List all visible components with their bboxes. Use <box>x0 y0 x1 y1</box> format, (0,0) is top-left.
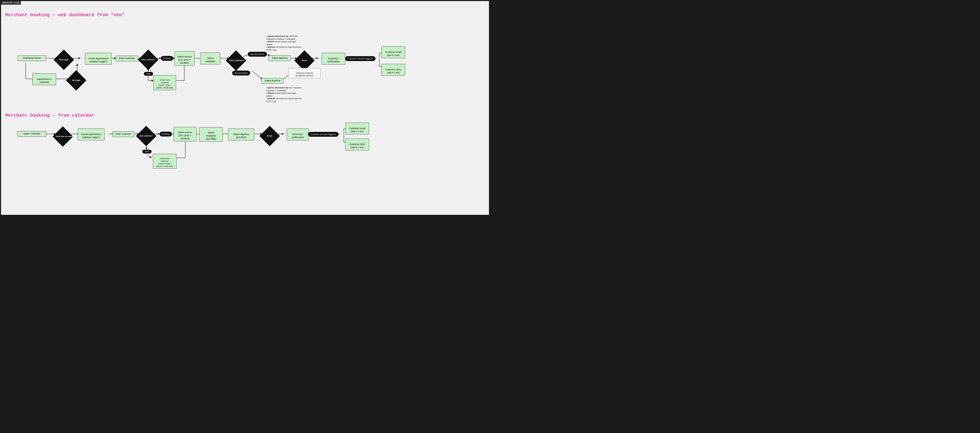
section-1: Merchant booking – web dashboard from "n… <box>5 12 485 108</box>
newb-oval: New <box>142 150 151 153</box>
dots-s1-1: ... <box>18 47 23 51</box>
create1-rect: Create appointment (sidebar? page?) <box>85 53 112 64</box>
node-summary1: Summary / confirmation <box>321 53 346 64</box>
apptscalb-rect: Appts / Calendar <box>18 131 46 137</box>
dots-s1-2: ... <box>79 56 84 59</box>
page-wrapper: BOOKING FLOW Merchant booking – web dash… <box>1 1 489 215</box>
section2-title: Merchant booking – from calendar <box>5 113 485 118</box>
enterb-rect: Enter customer <box>112 131 134 137</box>
summary1-rect: Summary / confirmation <box>322 53 345 64</box>
smsb-rect: Customer SMS (opt-in / out) <box>345 139 369 150</box>
dots-s2-4: ... <box>339 140 344 143</box>
apptscal1-rect: Appointments / Calendar <box>32 73 56 85</box>
node-selectdaytimeb: Select day/time (pre-filled) <box>228 128 255 141</box>
header-title: BOOKING FLOW <box>3 2 19 4</box>
custconfb-oval: Customer conf auto-triggered <box>308 132 339 137</box>
anyemp1-oval: Any employee <box>232 70 250 75</box>
note-box-1: • options determined by: SPECIFIC employ… <box>266 35 302 51</box>
node-createcust1: Create new customer (name / email / phon… <box>153 76 177 89</box>
node-selectdaytime1b: Select day/time <box>261 76 284 86</box>
createb-rect: Create appointment (sidebar? page?) <box>78 129 105 140</box>
selectservice1-rect: Select service (incl. price + duration) <box>175 51 194 66</box>
node-apptscalb: Appts / Calendar <box>17 129 47 139</box>
whichemp1-diamond: Which employee? <box>226 50 246 70</box>
node-selectserviceb: Select service (incl. price + duration) <box>173 128 197 141</box>
node-selectdaytime1a: Select day/time <box>268 54 291 63</box>
createcust1-rect: Create new customer (name / email / phon… <box>153 75 176 90</box>
node-createcustb: Create new customer (name / email / phon… <box>152 155 177 168</box>
node-specific1: Specific person <box>248 51 267 58</box>
node-custconf1: Customer conf auto-triggered <box>347 54 373 63</box>
selectempb-rect: Select employee (pre-filled) <box>199 127 223 142</box>
node-clicktime: Click time on calendar <box>54 127 72 146</box>
arrows-svg-2 <box>5 113 485 190</box>
specific1-oval: Specific person <box>248 52 267 57</box>
selectserviceb-rect: Select service (incl. price + duration) <box>173 127 197 142</box>
node-newappt2: New appt <box>69 73 84 88</box>
sms1-rect: Customer SMS (opt-in / out) <box>382 64 405 75</box>
dashboard-home-rect: Dashboard home <box>18 55 46 61</box>
node-new1: New <box>143 70 154 77</box>
selectdaytime1a-rect: Select day/time <box>269 55 291 61</box>
custconf1-oval: Customer conf auto-triggered <box>345 56 375 61</box>
node-existing1: Existing <box>159 54 175 62</box>
section-2: Merchant booking – from calendar <box>5 113 485 206</box>
section1-title: Merchant booking – web dashboard from "n… <box>5 12 485 18</box>
email1-rect: Customer email (opt-in / out) <box>382 46 405 58</box>
selectdaytime1b-rect: Select day/time <box>261 78 283 84</box>
new1-oval: New <box>144 72 153 76</box>
book1-diamond: Book <box>294 50 315 70</box>
newappt2-diamond: New appt <box>66 70 86 90</box>
node-whichemp1: Which employee? <box>227 51 245 70</box>
node-enter1: Enter customer <box>115 54 138 63</box>
existing1-oval: Existing <box>161 56 173 61</box>
node-email1: Customer email (opt-in / out) <box>381 47 406 57</box>
emailb-rect: Customer email (opt-in / out) <box>345 123 369 134</box>
node-smsb: Customer SMS (opt-in / out) <box>345 140 369 149</box>
dots-s1-5: ... <box>375 63 380 66</box>
node-bookb: Book <box>261 127 278 145</box>
node-newappt1: New appt <box>56 51 72 68</box>
node-dashboard-home: Dashboard home <box>17 53 47 63</box>
node-existingb: Existing <box>157 130 175 137</box>
node-book1: Book <box>296 51 313 70</box>
note-box-2: • options determined by: ALL employee sc… <box>266 86 302 103</box>
dots-s1-4: ... <box>375 56 380 59</box>
node-empassigned1: Employee assigned by day/time selection <box>288 69 321 77</box>
newappt1-diamond: New appt <box>54 50 74 70</box>
node-summaryb: Summary / confirmation <box>286 129 309 140</box>
empassigned1-rect: Employee assigned by day/time selection <box>288 68 321 78</box>
newcust1-diamond: New customer? <box>138 50 158 70</box>
node-anyemp1: Any employee <box>229 70 253 76</box>
node-newcustb: New customer? <box>137 127 155 145</box>
createcustb-rect: Create new customer (name / email / phon… <box>153 154 177 169</box>
dots-s1-3: ... <box>316 56 321 59</box>
node-selectempb: Select employee (pre-filled) <box>199 128 223 141</box>
bookb-diamond: Book <box>259 126 280 146</box>
node-apptscal1: Appointments / Calendar <box>32 74 57 85</box>
node-sms1: Customer SMS (opt-in / out) <box>381 65 406 75</box>
node-newb: New <box>141 149 153 155</box>
newcustb-diamond: New customer? <box>136 126 156 146</box>
dots-s2-2: ... <box>282 132 287 135</box>
selectdaytimeb-rect: Select day/time (pre-filled) <box>228 129 254 140</box>
node-custconfb: Customer conf auto-triggered <box>310 129 336 139</box>
dots-s2-3: ... <box>339 132 344 135</box>
node-newcust1: New customer? <box>140 51 156 68</box>
node-createb: Create appointment (sidebar? page?) <box>77 129 105 140</box>
clicktime-diamond: Click time on calendar <box>52 126 73 147</box>
node-selectservice1: Select service (incl. price + duration) <box>174 52 195 65</box>
node-create1: Create appointment (sidebar? page?) <box>84 53 112 64</box>
node-selectemp1: Select employee <box>200 54 221 63</box>
existingb-oval: Existing <box>159 132 172 136</box>
enter1-rect: Enter customer <box>116 56 138 61</box>
node-emailb: Customer email (opt-in / out) <box>345 124 369 133</box>
selectemp1-rect: Select employee <box>200 53 220 64</box>
dots-s1-appts: ... <box>32 70 37 73</box>
header-bar: BOOKING FLOW <box>1 1 21 5</box>
summaryb-rect: Summary / confirmation <box>287 129 309 140</box>
node-enterb: Enter customer <box>112 129 135 139</box>
